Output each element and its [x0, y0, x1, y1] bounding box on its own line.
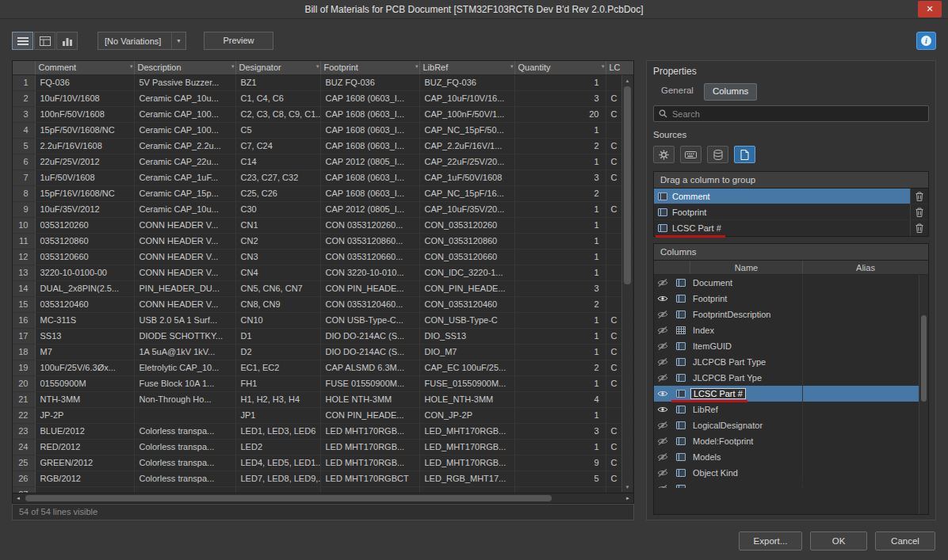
column-header[interactable]: LibRef▾	[419, 61, 514, 74]
eye-slash-icon[interactable]	[657, 421, 668, 429]
column-header[interactable]: Designator▾	[235, 61, 320, 74]
delete-group-button[interactable]	[910, 189, 928, 204]
column-item[interactable]: Model:Footprint	[654, 433, 928, 449]
search-box[interactable]	[653, 105, 929, 122]
eye-slash-icon[interactable]	[657, 279, 668, 287]
group-item[interactable]: Comment	[654, 189, 928, 204]
table-row[interactable]: 150353120460CONN HEADER V...CN8, CN9CON …	[13, 296, 634, 312]
eye-slash-icon[interactable]	[657, 453, 668, 461]
table-row[interactable]: 210uF/10V/1608Ceramic CAP_10u...C1, C4, …	[13, 90, 634, 106]
column-item[interactable]: Models	[654, 449, 928, 465]
search-input[interactable]	[672, 109, 923, 119]
cancel-button[interactable]: Cancel	[875, 531, 935, 550]
column-item[interactable]: LibRef	[654, 402, 928, 417]
filter-caret-icon[interactable]: ▾	[510, 63, 514, 70]
filter-caret-icon[interactable]: ▾	[231, 63, 235, 70]
visibility-toggle[interactable]	[654, 374, 671, 382]
eye-slash-icon[interactable]	[657, 342, 668, 350]
table-row[interactable]: 52.2uF/16V/1608Ceramic CAP_2.2u...C7, C2…	[13, 138, 634, 154]
table-row[interactable]: 25GREEN/2012Colorless transpa...LED4, LE…	[13, 455, 634, 470]
column-item[interactable]: FootprintDescription	[654, 307, 928, 322]
column-header[interactable]: Quantity▾	[514, 61, 606, 74]
visibility-toggle[interactable]	[654, 279, 671, 287]
columns-scroll-thumb[interactable]	[921, 315, 927, 402]
columns-scrollbar[interactable]	[919, 275, 928, 514]
source-design-button[interactable]	[653, 146, 675, 163]
column-item-alias[interactable]	[803, 275, 928, 291]
table-row[interactable]: 17SS13DIODE SCHOTTKY...D1DIO DO-214AC (S…	[13, 328, 634, 344]
vertical-scroll-thumb[interactable]	[624, 86, 631, 284]
table-row[interactable]: 415pF/50V/1608/NCCeramic CAP_100...C5CAP…	[13, 122, 634, 138]
group-item[interactable]: Footprint	[654, 204, 928, 220]
group-item[interactable]: LCSC Part #	[654, 220, 928, 236]
table-row[interactable]: 19100uF/25V/6.3Øx...Eletrolytic CAP_10..…	[13, 360, 634, 375]
eye-slash-icon[interactable]	[657, 374, 668, 382]
filter-caret-icon[interactable]: ▾	[602, 63, 605, 70]
table-row[interactable]: 100353120260CONN HEADER V...CN1CON 03531…	[13, 217, 634, 233]
visibility-toggle[interactable]	[654, 485, 671, 488]
source-database-button[interactable]	[707, 146, 728, 163]
eye-slash-icon[interactable]	[657, 437, 668, 445]
scroll-up-icon[interactable]: ▲	[622, 75, 633, 86]
eye-icon[interactable]	[657, 295, 668, 303]
column-item[interactable]: Index	[654, 322, 928, 338]
export-button[interactable]: Export...	[739, 531, 802, 550]
delete-group-button[interactable]	[910, 204, 928, 219]
eye-slash-icon[interactable]	[657, 358, 668, 366]
visibility-toggle[interactable]	[654, 437, 671, 445]
column-item[interactable]	[654, 481, 928, 488]
visibility-toggle[interactable]	[654, 421, 671, 429]
visibility-toggle[interactable]	[654, 310, 671, 318]
scroll-left-icon[interactable]: ◄	[13, 496, 24, 501]
table-row[interactable]: 815pF/16V/1608/NCCeramic CAP_15p...C25, …	[13, 185, 634, 201]
table-row[interactable]: 14DUAL_2x8PIN(2.5...PIN_HEADER_DU...CN5,…	[13, 280, 634, 296]
ok-button[interactable]: OK	[810, 531, 867, 550]
eye-icon[interactable]	[657, 406, 668, 413]
column-item-alias[interactable]	[803, 354, 928, 370]
column-item-alias[interactable]	[803, 322, 928, 338]
table-row[interactable]: 21NTH-3MMNon-Through Ho...H1, H2, H3, H4…	[13, 391, 634, 407]
column-item-alias[interactable]	[803, 417, 928, 433]
eye-slash-icon[interactable]	[657, 469, 668, 477]
column-item[interactable]: Object Kind	[654, 465, 928, 481]
column-item-alias[interactable]	[803, 433, 928, 449]
visibility-toggle[interactable]	[654, 358, 671, 366]
eye-icon[interactable]	[657, 390, 668, 398]
chart-view-button[interactable]	[56, 32, 78, 50]
column-item[interactable]: JLCPCB Part Type	[654, 354, 928, 370]
close-button[interactable]: ✕	[918, 1, 942, 17]
column-item[interactable]: Document	[654, 275, 928, 291]
column-item-alias[interactable]	[803, 402, 928, 417]
column-item-alias[interactable]	[803, 338, 928, 354]
column-item[interactable]: JLCPCB Part Ype	[654, 370, 928, 386]
horizontal-scroll-thumb[interactable]	[25, 495, 552, 501]
eye-slash-icon[interactable]	[657, 326, 668, 334]
column-item-alias[interactable]	[803, 386, 928, 402]
table-row[interactable]: 22JP-2PJP1CON PIN_HEADE...CON_JP-2P1	[13, 407, 634, 423]
variations-dropdown[interactable]: [No Variations] ▼	[97, 32, 186, 50]
table-row[interactable]: 622uF/25V/2012Ceramic CAP_22u...C14CAP 2…	[13, 154, 634, 170]
visibility-toggle[interactable]	[654, 390, 671, 398]
column-header[interactable]: LC▾	[606, 61, 634, 74]
table-row[interactable]: 110353120860CONN HEADER V...CN2CON 03531…	[13, 233, 634, 249]
grouped-view-button[interactable]	[34, 32, 55, 50]
column-item[interactable]: LCSC Part #	[654, 386, 928, 402]
scroll-right-icon[interactable]: ►	[622, 496, 633, 501]
column-item-alias[interactable]	[803, 291, 928, 307]
preview-button[interactable]: Preview	[204, 32, 273, 50]
table-row[interactable]: 1FQ-0365V Passive Buzzer...BZ1BUZ FQ-036…	[13, 74, 634, 90]
filter-caret-icon[interactable]: ▾	[130, 63, 133, 70]
scroll-down-icon[interactable]: ▼	[622, 482, 633, 492]
table-row[interactable]: 133220-10-0100-00CONN HEADER V...CN4CON …	[13, 265, 634, 280]
table-horizontal-scrollbar[interactable]: ◄ ►	[12, 493, 634, 504]
column-item-alias[interactable]	[803, 370, 928, 386]
visibility-toggle[interactable]	[654, 326, 671, 334]
column-item-alias[interactable]	[803, 465, 928, 481]
table-row[interactable]: 2001550900MFuse Block 10A 1...FH1FUSE 01…	[13, 375, 634, 391]
table-row[interactable]: 24RED/2012Colorless transpa...LED2LED MH…	[13, 439, 634, 455]
source-keyboard-button[interactable]	[680, 146, 701, 163]
column-header[interactable]: Footprint▾	[320, 61, 419, 74]
table-row[interactable]: 3100nF/50V/1608Ceramic CAP_100...C2, C3,…	[13, 106, 634, 122]
table-row[interactable]: 27	[13, 486, 634, 493]
table-row[interactable]: 910uF/35V/2012Ceramic CAP_10u...C30CAP 2…	[13, 201, 634, 217]
